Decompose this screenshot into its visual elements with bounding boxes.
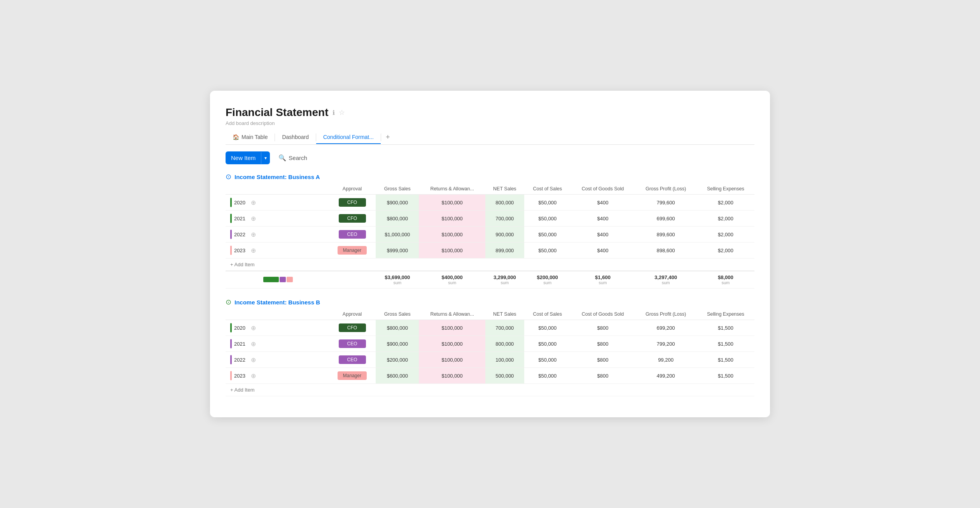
- new-item-button[interactable]: New Item ▾: [226, 151, 270, 164]
- row-net-sales-cell: 700,000: [485, 211, 524, 227]
- toolbar: New Item ▾ 🔍 Search: [226, 151, 754, 165]
- row-gross-profit-cell: 898,600: [635, 243, 696, 258]
- row-approval-cell: Manager: [329, 368, 376, 384]
- title-row: Financial Statement ℹ ☆: [226, 106, 754, 119]
- row-cost-sales-cell: $50,000: [524, 211, 571, 227]
- row-selling-exp-cell: $2,000: [697, 243, 754, 258]
- row-returns-cell: $100,000: [419, 336, 485, 352]
- section-b-table-wrapper: Approval Gross Sales Returns & Allowan..…: [226, 309, 754, 396]
- new-item-label: New Item: [226, 151, 261, 164]
- row-year-label: 2020: [234, 325, 245, 331]
- row-add-icon[interactable]: ⊕: [251, 199, 256, 206]
- row-add-icon[interactable]: ⊕: [251, 231, 256, 238]
- row-add-icon[interactable]: ⊕: [251, 340, 256, 348]
- section-b-title: Income Statement: Business B: [234, 299, 320, 306]
- approval-badge[interactable]: CEO: [339, 339, 366, 348]
- row-cogs-cell: $400: [571, 227, 635, 243]
- row-year-cell: 2022 ⊕: [226, 227, 329, 243]
- row-add-icon[interactable]: ⊕: [251, 215, 256, 222]
- row-cost-sales-cell: $50,000: [524, 195, 571, 211]
- col-gross-sales-b: Gross Sales: [376, 309, 419, 320]
- col-item-a: [226, 183, 329, 195]
- add-item-label[interactable]: + Add Item: [226, 384, 754, 396]
- summary-cost-sales: $200,000sum: [524, 271, 571, 288]
- section-business-b: ⊙ Income Statement: Business B Approval …: [226, 298, 754, 396]
- search-icon: 🔍: [278, 154, 286, 162]
- approval-badge[interactable]: CFO: [339, 198, 366, 207]
- row-gross-profit-cell: 799,200: [635, 336, 696, 352]
- row-returns-cell: $100,000: [419, 320, 485, 336]
- col-returns-b: Returns & Allowan...: [419, 309, 485, 320]
- add-item-label[interactable]: + Add Item: [226, 258, 754, 271]
- new-item-dropdown-icon[interactable]: ▾: [261, 152, 270, 164]
- row-gross-sales-cell: $600,000: [376, 368, 419, 384]
- section-b-toggle[interactable]: ⊙: [226, 298, 231, 306]
- search-label: Search: [289, 155, 307, 161]
- approval-badge[interactable]: CEO: [339, 230, 366, 239]
- row-approval-cell: Manager: [329, 243, 376, 258]
- col-cost-sales-b: Cost of Sales: [524, 309, 571, 320]
- section-a-table: Approval Gross Sales Returns & Allowan..…: [226, 183, 754, 288]
- approval-badge[interactable]: CFO: [339, 214, 366, 223]
- row-add-icon[interactable]: ⊕: [251, 372, 256, 380]
- row-gross-sales-cell: $200,000: [376, 352, 419, 368]
- col-cost-sales-a: Cost of Sales: [524, 183, 571, 195]
- row-add-icon[interactable]: ⊕: [251, 247, 256, 254]
- row-year-cell: 2022 ⊕: [226, 352, 329, 368]
- tab-dashboard[interactable]: Dashboard: [275, 131, 316, 144]
- approval-badge[interactable]: CFO: [339, 323, 366, 332]
- info-icon[interactable]: ℹ: [332, 109, 335, 116]
- search-button[interactable]: 🔍 Search: [274, 151, 312, 165]
- summary-cogs: $1,600sum: [571, 271, 635, 288]
- add-item-row[interactable]: + Add Item: [226, 258, 754, 271]
- row-year-label: 2022: [234, 357, 245, 363]
- row-gross-sales-cell: $900,000: [376, 195, 419, 211]
- row-gross-profit-cell: 699,200: [635, 320, 696, 336]
- row-cogs-cell: $800: [571, 352, 635, 368]
- row-cost-sales-cell: $50,000: [524, 336, 571, 352]
- tab-add-button[interactable]: +: [381, 130, 395, 144]
- table-row: 2023 ⊕ Manager $999,000 $100,000 899,000…: [226, 243, 754, 258]
- summary-selling-exp: $8,000sum: [697, 271, 754, 288]
- tab-main-table[interactable]: 🏠 Main Table: [226, 131, 275, 144]
- add-item-row[interactable]: + Add Item: [226, 384, 754, 396]
- section-b-table: Approval Gross Sales Returns & Allowan..…: [226, 309, 754, 396]
- tab-conditional-format[interactable]: Conditional Format...: [316, 131, 381, 144]
- row-gross-sales-cell: $999,000: [376, 243, 419, 258]
- row-add-icon[interactable]: ⊕: [251, 356, 256, 364]
- table-row: 2022 ⊕ CEO $1,000,000 $100,000 900,000 $…: [226, 227, 754, 243]
- section-b-header: ⊙ Income Statement: Business B: [226, 298, 754, 306]
- summary-row: $3,699,000sum $400,000sum 3,299,000sum $…: [226, 271, 754, 288]
- row-add-icon[interactable]: ⊕: [251, 324, 256, 332]
- page-header: Financial Statement ℹ ☆ Add board descri…: [226, 106, 754, 126]
- row-year-label: 2020: [234, 200, 245, 206]
- row-year-cell: 2020 ⊕: [226, 320, 329, 336]
- summary-net-sales: 3,299,000sum: [485, 271, 524, 288]
- row-gross-profit-cell: 499,200: [635, 368, 696, 384]
- section-a-toggle[interactable]: ⊙: [226, 172, 231, 181]
- row-gross-profit-cell: 799,600: [635, 195, 696, 211]
- row-approval-cell: CEO: [329, 352, 376, 368]
- col-gross-profit-b: Gross Profit (Loss): [635, 309, 696, 320]
- board-description[interactable]: Add board description: [226, 120, 754, 126]
- approval-badge[interactable]: Manager: [338, 246, 367, 255]
- row-gross-profit-cell: 899,600: [635, 227, 696, 243]
- row-net-sales-cell: 700,000: [485, 320, 524, 336]
- table-row: 2022 ⊕ CEO $200,000 $100,000 100,000 $50…: [226, 352, 754, 368]
- row-selling-exp-cell: $1,500: [697, 320, 754, 336]
- star-icon[interactable]: ☆: [339, 108, 345, 117]
- row-cogs-cell: $800: [571, 320, 635, 336]
- row-approval-cell: CEO: [329, 336, 376, 352]
- row-year-label: 2021: [234, 341, 245, 347]
- row-gross-sales-cell: $1,000,000: [376, 227, 419, 243]
- row-year-cell: 2020 ⊕: [226, 195, 329, 211]
- approval-badge[interactable]: CEO: [339, 355, 366, 364]
- row-net-sales-cell: 500,000: [485, 368, 524, 384]
- row-gross-sales-cell: $800,000: [376, 211, 419, 227]
- col-net-sales-a: NET Sales: [485, 183, 524, 195]
- row-cost-sales-cell: $50,000: [524, 243, 571, 258]
- row-year-cell: 2023 ⊕: [226, 243, 329, 258]
- approval-badge[interactable]: Manager: [338, 371, 367, 380]
- summary-gross-profit: 3,297,400sum: [635, 271, 696, 288]
- row-returns-cell: $100,000: [419, 243, 485, 258]
